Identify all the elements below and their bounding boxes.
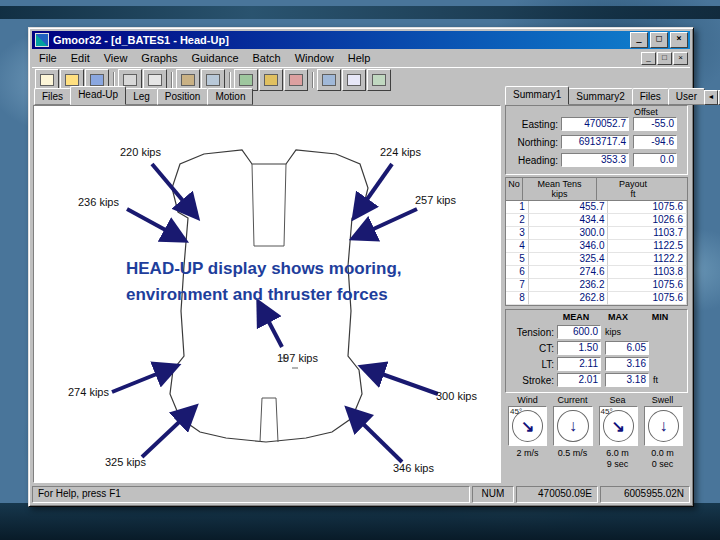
table-row: 1455.71075.6: [506, 201, 687, 214]
summary-tabs: Summary1 Summary2 Files User ◄ ►: [505, 88, 689, 105]
view-tabs: Files Head-Up Leg Position Motion: [34, 88, 252, 105]
sea-label: Sea: [595, 395, 640, 405]
table-row: 7236.21075.6: [506, 279, 687, 292]
child-close-button[interactable]: ×: [673, 52, 688, 65]
toolbar-separator: [171, 72, 172, 88]
summary-panel: Offset Easting: 470052.7 -55.0 Northing:…: [503, 105, 689, 481]
max-header: MAX: [598, 312, 638, 322]
min-header: MIN: [640, 312, 680, 322]
head-up-canvas[interactable]: 220 kips 224 kips 236 kips 257 kips 274 …: [33, 105, 501, 483]
menu-edit[interactable]: Edit: [64, 51, 97, 65]
wind-value: 2 m/s: [505, 448, 550, 470]
tab-user[interactable]: User: [668, 88, 705, 105]
toolbar-separator: [229, 72, 230, 88]
tension-table[interactable]: No Mean Tenskips Payoutft 1455.71075.6 2…: [505, 177, 688, 306]
table-row: 2434.41026.6: [506, 214, 687, 227]
tension-unit: kips: [605, 327, 621, 337]
menu-window[interactable]: Window: [288, 51, 341, 65]
tab-files[interactable]: Files: [34, 88, 71, 105]
tab-leg[interactable]: Leg: [125, 88, 158, 105]
col-mean-tension: Mean Tens: [523, 179, 596, 189]
stop-button[interactable]: [284, 69, 308, 91]
menu-guidance[interactable]: Guidance: [184, 51, 245, 65]
lt-label: LT:: [508, 359, 557, 370]
save-icon: [90, 74, 104, 86]
window-title: Gmoor32 - [d_BATES1 - Head-Up]: [53, 34, 229, 46]
slide-caption: HEAD-UP display shows mooring, environme…: [126, 256, 466, 309]
sea-dial: 45° ↘: [599, 406, 638, 446]
status-northing: 6005955.02N: [600, 486, 690, 503]
maximize-button[interactable]: □: [650, 32, 668, 48]
tab-motion[interactable]: Motion: [207, 88, 253, 105]
app-icon: [35, 33, 49, 47]
child-restore-button[interactable]: □: [657, 52, 672, 65]
pause-icon: [264, 74, 278, 86]
col-mean-tension-unit: kips: [523, 189, 596, 199]
title-bar[interactable]: Gmoor32 - [d_BATES1 - Head-Up] _ □ ×: [32, 31, 690, 49]
new-icon: [40, 74, 54, 86]
tension-label: Tension:: [508, 327, 557, 338]
ct-max: 6.05: [605, 341, 649, 355]
heading-value: 353.3: [561, 153, 629, 167]
report-button[interactable]: [342, 69, 366, 91]
table-row: 5325.41122.2: [506, 253, 687, 266]
current-value: 0.5 m/s: [550, 448, 595, 470]
tab-scroll-left-button[interactable]: ◄: [704, 90, 718, 105]
swell-dial: ↓: [644, 406, 683, 446]
table-row: 8262.81075.6: [506, 292, 687, 305]
tab-position[interactable]: Position: [157, 88, 209, 105]
environment-group: Wind Current Sea Swell 45° ↘ ↓: [505, 395, 686, 479]
col-no: No: [506, 179, 522, 189]
stroke-mean: 2.01: [557, 373, 601, 387]
run-icon: [239, 74, 253, 86]
tab-files-right[interactable]: Files: [632, 88, 669, 105]
mean-header: MEAN: [556, 312, 596, 322]
tab-head-up[interactable]: Head-Up: [70, 86, 126, 105]
offset-column-header: Offset: [634, 107, 658, 117]
force-label: 274 kips: [68, 386, 109, 398]
easting-label: Easting:: [508, 119, 561, 130]
col-payout: Payout: [597, 179, 669, 189]
northing-value: 6913717.4: [561, 135, 629, 149]
cut-icon: [123, 74, 137, 86]
position-group: Offset Easting: 470052.7 -55.0 Northing:…: [505, 105, 688, 175]
menu-bar: File Edit View Graphs Guidance Batch Win…: [32, 50, 690, 66]
menu-batch[interactable]: Batch: [246, 51, 288, 65]
paste-icon: [181, 74, 195, 86]
tab-summary1[interactable]: Summary1: [505, 86, 569, 105]
flag-button[interactable]: [367, 69, 391, 91]
lt-max: 3.16: [605, 357, 649, 371]
tension-mean: 600.0: [557, 325, 601, 339]
stats-group: MEAN MAX MIN Tension: 600.0 kips CT: 1.5…: [505, 309, 688, 393]
child-minimize-button[interactable]: _: [641, 52, 656, 65]
mooring-force-arrows: [112, 164, 438, 462]
app-window: Gmoor32 - [d_BATES1 - Head-Up] _ □ × Fil…: [28, 27, 694, 507]
stroke-unit: ft: [653, 375, 658, 385]
force-label: 346 kips: [393, 462, 434, 474]
swell-value: 0.0 m0 sec: [640, 448, 685, 470]
stop-icon: [289, 74, 303, 86]
close-button[interactable]: ×: [670, 32, 688, 48]
force-label: 220 kips: [120, 146, 161, 158]
stroke-max: 3.18: [605, 373, 649, 387]
menu-file[interactable]: File: [32, 51, 64, 65]
slide-background: Gmoor32 - [d_BATES1 - Head-Up] _ □ × Fil…: [0, 0, 720, 540]
chart-button[interactable]: [317, 69, 341, 91]
swell-direction-arrow-icon: ↓: [645, 407, 682, 445]
tension-table-header: No Mean Tenskips Payoutft: [506, 178, 687, 201]
tab-summary2[interactable]: Summary2: [568, 88, 632, 105]
minimize-button[interactable]: _: [630, 32, 648, 48]
pause-button[interactable]: [259, 69, 283, 91]
num-lock-indicator: NUM: [472, 486, 514, 503]
heading-label: Heading:: [508, 155, 561, 166]
open-icon: [65, 74, 79, 86]
force-label: 325 kips: [105, 456, 146, 468]
table-row: 6274.61103.8: [506, 266, 687, 279]
menu-graphs[interactable]: Graphs: [134, 51, 184, 65]
table-row: 4346.01122.5: [506, 240, 687, 253]
menu-view[interactable]: View: [97, 51, 135, 65]
ct-mean: 1.50: [557, 341, 601, 355]
easting-value: 470052.7: [561, 117, 629, 131]
menu-help[interactable]: Help: [341, 51, 378, 65]
wind-angle: 45°: [510, 407, 522, 416]
